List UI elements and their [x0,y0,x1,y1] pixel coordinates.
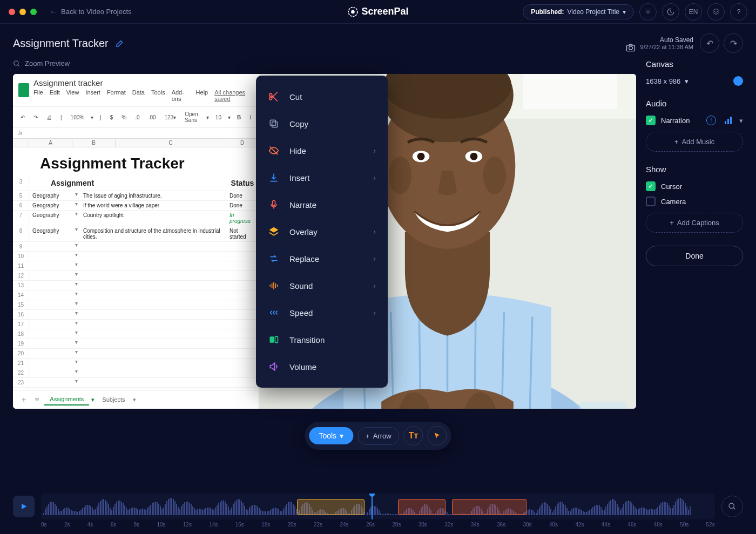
ctx-label: Sound [289,281,313,290]
time-label: 42s [575,522,584,528]
publish-dropdown[interactable]: Published: Video Project Title ▾ [523,4,634,19]
timeline-segment-orange-2[interactable] [452,499,526,515]
autosave-label: Auto Saved [640,36,693,44]
topbar: ← Back to Video Projects ScreenPal Publi… [0,0,756,24]
ss-menu-item[interactable]: Add-ons [172,89,190,102]
time-label: 22s [314,522,322,528]
ss-empty-row: 16▾ [13,309,259,319]
audio-levels-icon[interactable] [725,117,732,124]
add-captions-label: Add Captions [677,219,719,227]
timeline-segment-orange-1[interactable] [398,499,445,515]
camera-checkbox[interactable] [646,197,656,206]
help-button[interactable]: ? [730,3,747,21]
text-tool-button[interactable]: Tт [404,426,423,445]
ss-menu-item[interactable]: Insert [85,89,100,102]
ss-empty-row: 10▾ [13,251,259,261]
close-window-button[interactable] [9,9,15,15]
ctx-item-speed[interactable]: Speed› [256,299,388,326]
back-arrow-icon: ← [50,8,57,16]
ss-menu-item[interactable]: View [66,89,79,102]
camera-icon [625,42,636,53]
ctx-item-transition[interactable]: Transition [256,326,388,353]
timeline-segment-yellow[interactable] [297,499,364,515]
canvas-size-row[interactable]: 1638 x 986 ▾ [646,76,743,86]
ctx-item-cut[interactable]: Cut [256,83,388,110]
play-icon [19,502,28,511]
ctx-item-volume[interactable]: Volume [256,353,388,380]
language-button[interactable]: EN [685,3,702,21]
history-button[interactable] [662,3,679,21]
cursor-row[interactable]: ✓ Cursor [646,181,743,191]
ctx-item-hide[interactable]: Hide› [256,137,388,164]
narration-checkbox[interactable]: ✓ [646,116,656,125]
ss-data-rows: 5Geography▾The issue of aging infrastruc… [13,191,259,241]
ctx-item-narrate[interactable]: Narrate [256,191,388,218]
ss-all-tabs[interactable]: ≡ [31,395,42,404]
camera-row[interactable]: Camera [646,197,743,206]
cut-icon [268,91,280,103]
chevron-right-icon: › [373,254,376,263]
sound-icon [268,280,280,292]
replace-icon [268,253,280,265]
ss-formula-bar: fx [13,128,259,139]
chevron-down-icon[interactable]: ▾ [739,117,743,125]
ctx-item-overlay[interactable]: Overlay› [256,218,388,245]
add-music-button[interactable]: + Add Music [646,132,743,152]
screenshot-button[interactable] [625,42,636,56]
add-captions-button[interactable]: + Add Captions [646,213,743,233]
transition-icon [268,334,280,346]
svg-point-15 [417,153,425,160]
ctx-item-insert[interactable]: Insert› [256,164,388,191]
maximize-window-button[interactable] [30,9,37,15]
time-label: 34s [471,522,480,528]
ss-menu-item[interactable]: Edit [50,89,60,102]
ss-menu-item[interactable]: Tools [151,89,165,102]
play-button[interactable] [13,496,35,517]
ss-menu-item[interactable]: Data [132,89,145,102]
ss-menu-item[interactable]: File [33,89,43,102]
timeline-track[interactable] [41,494,715,519]
zoom-icon [13,60,21,67]
cursor-tool-button[interactable] [428,426,447,445]
ss-add-tab[interactable]: + [18,395,29,404]
time-label: 46s [627,522,636,528]
ss-tab-inactive[interactable]: Subjects [97,394,130,405]
ss-menu-item[interactable]: Help [196,89,208,102]
ctx-label: Speed [289,308,313,317]
back-label: Back to Video Projects [61,8,132,16]
ctx-label: Volume [289,362,316,371]
ctx-item-copy[interactable]: Copy [256,110,388,137]
narration-row[interactable]: ✓ Narration ! ▾ [646,116,743,125]
chevron-down-icon: ▾ [340,431,343,440]
ss-toolbar: ↶↷🖨| 100%▾| $%.0.00123▾ Open Sans▾ 10▾ B… [13,107,259,128]
ctx-label: Transition [289,335,325,344]
overlay-icon [268,226,280,238]
ss-menu-item[interactable]: Format [107,89,126,102]
tools-dropdown[interactable]: Tools ▾ [309,427,353,444]
ctx-item-sound[interactable]: Sound› [256,272,388,299]
time-label: 32s [444,522,453,528]
time-label: 16s [235,522,244,528]
zoom-preview-button[interactable]: Zoom Preview [13,59,636,67]
autosave-time: 9/27/22 at 11:38 AM [640,44,693,50]
arrow-tool-button[interactable]: + Arrow [357,427,400,445]
back-button[interactable]: ← Back to Video Projects [50,8,132,16]
done-button[interactable]: Done [646,246,743,266]
cursor-checkbox[interactable]: ✓ [646,181,656,191]
narration-info-icon[interactable]: ! [706,116,716,125]
layers-button[interactable] [707,3,725,21]
ss-tab-active[interactable]: Assignments [44,394,89,405]
ss-empty-row: 14▾ [13,290,259,300]
edit-title-button[interactable] [115,38,125,48]
ctx-item-replace[interactable]: Replace› [256,245,388,272]
filter-button[interactable] [639,3,657,21]
playhead[interactable] [372,494,373,519]
minimize-window-button[interactable] [19,9,26,15]
plus-icon: + [670,219,674,227]
redo-button[interactable]: ↷ [724,33,743,53]
ss-doc-title: Assignment tracker [33,78,253,87]
undo-button[interactable]: ↶ [700,33,719,53]
timeline-search-button[interactable] [721,496,743,517]
canvas-color-swatch[interactable] [733,76,743,86]
time-label: 52s [706,522,715,528]
